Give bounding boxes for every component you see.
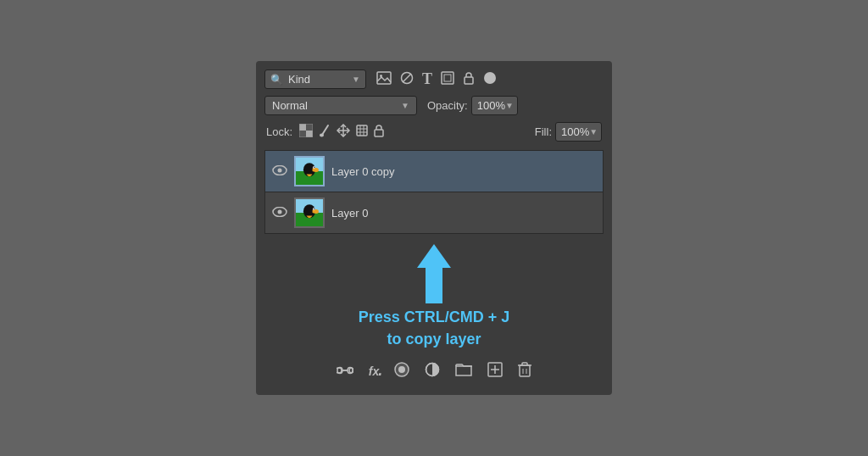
svg-rect-50 (520, 365, 530, 376)
layer-row[interactable]: Layer 0 copy (265, 151, 603, 192)
svg-point-31 (278, 210, 282, 214)
lock-move-icon[interactable] (337, 124, 350, 140)
image-filter-icon[interactable] (376, 71, 392, 88)
annotation-line2: to copy layer (387, 331, 481, 348)
bottom-toolbar: fx (264, 353, 604, 385)
opacity-chevron-icon: ▼ (505, 101, 514, 110)
link-icon[interactable] (337, 363, 353, 381)
visibility-icon[interactable] (272, 164, 287, 179)
layers-list: Layer 0 copy (264, 150, 604, 234)
blend-mode-select[interactable]: Normal ▼ (264, 96, 417, 115)
annotation-line1: Press CTRL/CMD + J (359, 309, 510, 325)
svg-point-42 (398, 366, 405, 373)
svg-rect-9 (306, 131, 313, 137)
transform-filter-icon[interactable] (441, 71, 454, 88)
fill-input[interactable]: 100% ▼ (555, 122, 602, 142)
layers-panel: 🔍 Kind ▼ T (256, 61, 612, 394)
adjustment-layer-icon[interactable] (425, 362, 440, 381)
svg-rect-6 (465, 77, 473, 84)
svg-line-3 (403, 74, 411, 82)
kind-label: Kind (288, 73, 310, 86)
chevron-down-icon: ▼ (352, 75, 360, 84)
layer-name: Layer 0 copy (331, 165, 394, 178)
lock-padlock-icon[interactable] (374, 124, 384, 140)
lock-filter-icon[interactable] (463, 71, 475, 88)
delete-layer-icon[interactable] (518, 362, 531, 381)
svg-point-36 (314, 209, 314, 209)
svg-rect-17 (357, 125, 367, 136)
opacity-input[interactable]: 100% ▼ (471, 96, 518, 115)
fill-label: Fill: (535, 125, 552, 138)
svg-marker-37 (417, 244, 451, 303)
annotation-text: Press CTRL/CMD + J to copy layer (359, 307, 510, 349)
folder-icon[interactable] (455, 363, 472, 381)
fill-chevron-icon: ▼ (589, 127, 598, 136)
svg-line-13 (322, 125, 328, 135)
lock-label: Lock: (266, 125, 292, 138)
opacity-value-text: 100% (477, 99, 505, 112)
blend-mode-row: Normal ▼ Opacity: 100% ▼ (264, 96, 604, 115)
fill-group: Fill: 100% ▼ (535, 122, 602, 142)
lock-paintbrush-icon[interactable] (318, 124, 331, 140)
fx-icon[interactable]: fx (369, 364, 379, 378)
blend-mode-value: Normal (272, 99, 308, 112)
filter-icons: T (376, 70, 497, 88)
kind-select[interactable]: 🔍 Kind ▼ (264, 70, 366, 89)
svg-rect-5 (444, 75, 451, 81)
lock-row: Lock: (264, 122, 604, 142)
layer-row[interactable]: Layer 0 (265, 192, 603, 233)
circle-filter-icon[interactable] (483, 71, 497, 88)
blend-chevron-icon: ▼ (401, 101, 409, 110)
svg-point-14 (320, 134, 324, 137)
opacity-group: Opacity: 100% ▼ (427, 96, 518, 115)
layer-name: Layer 0 (331, 207, 368, 220)
svg-point-29 (314, 167, 314, 168)
arrow-up-icon (409, 244, 459, 303)
svg-rect-4 (442, 72, 453, 84)
text-filter-icon[interactable]: T (422, 70, 432, 88)
svg-rect-10 (306, 124, 313, 131)
layer-thumbnail (294, 156, 325, 186)
annotation-area: Press CTRL/CMD + J to copy layer (264, 234, 604, 353)
svg-point-45 (432, 371, 436, 375)
lock-checkerboard-icon[interactable] (299, 124, 313, 140)
search-icon: 🔍 (270, 74, 283, 86)
lock-frame-icon[interactable] (355, 124, 369, 140)
svg-point-24 (278, 169, 282, 173)
circle-slash-filter-icon[interactable] (400, 71, 414, 88)
svg-rect-0 (377, 72, 391, 84)
fill-value-text: 100% (561, 125, 589, 138)
layer-style-icon[interactable] (394, 362, 409, 381)
svg-rect-8 (299, 124, 306, 131)
opacity-label: Opacity: (427, 99, 468, 112)
add-layer-icon[interactable] (487, 362, 503, 381)
filter-row: 🔍 Kind ▼ T (264, 70, 604, 89)
svg-point-7 (484, 72, 496, 84)
svg-rect-11 (299, 131, 306, 137)
visibility-icon[interactable] (272, 205, 287, 220)
svg-rect-22 (375, 130, 383, 136)
layer-thumbnail (294, 197, 325, 228)
